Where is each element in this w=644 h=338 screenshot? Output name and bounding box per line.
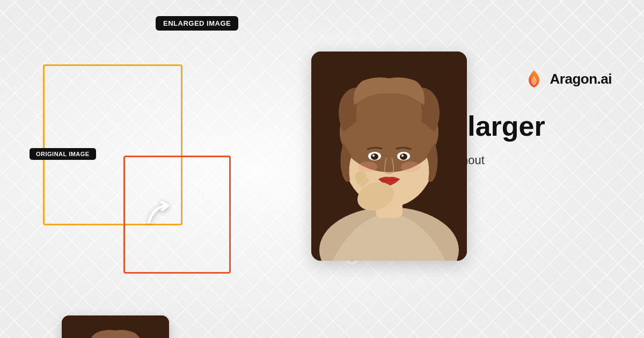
svg-point-13 [401, 161, 420, 172]
brand-logo: Aragon.ai [523, 68, 612, 90]
svg-point-10 [401, 155, 404, 157]
enlarged-image-card [311, 52, 467, 261]
svg-point-8 [400, 153, 407, 160]
enlarged-image-label: ENLARGED IMAGE [156, 16, 238, 31]
svg-point-9 [372, 155, 375, 157]
original-image-label: ORIGINAL IMAGE [30, 148, 96, 160]
svg-point-12 [358, 161, 377, 172]
arrow-icon [141, 196, 179, 236]
red-border-decoration [123, 156, 231, 274]
svg-point-7 [371, 153, 378, 160]
flame-icon [523, 68, 545, 90]
left-illustration: ENLARGED IMAGE [0, 0, 333, 338]
brand-name-text: Aragon.ai [550, 71, 612, 87]
original-image-card [62, 315, 169, 338]
